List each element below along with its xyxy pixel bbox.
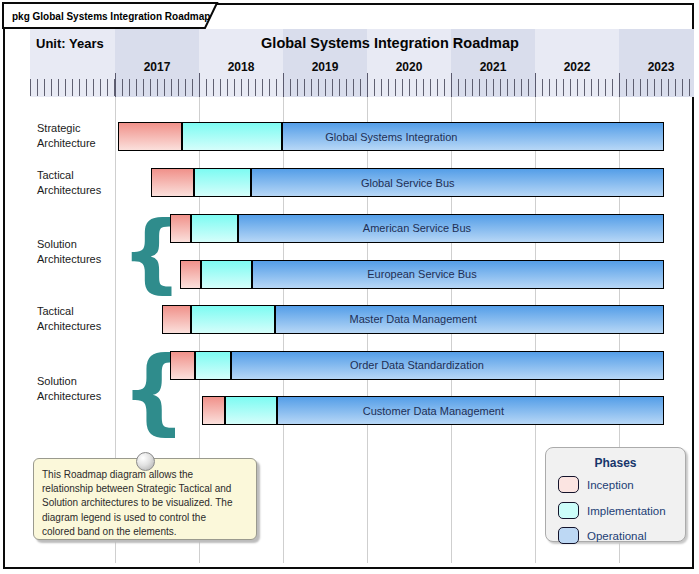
inception-swatch-icon xyxy=(558,476,579,493)
roadmap-bar[interactable]: Global Systems Integration xyxy=(118,122,664,151)
bar-label: European Service Bus xyxy=(181,268,664,280)
bar-label: Master Data Management xyxy=(163,313,663,325)
roadmap-bar[interactable]: European Service Bus xyxy=(180,260,665,289)
bar-label: Order Data Standardization xyxy=(171,359,664,371)
bar-label: Global Systems Integration xyxy=(119,130,663,142)
operational-swatch-icon xyxy=(558,527,579,544)
note-text-line: diagram legend is used to control the xyxy=(42,511,248,525)
legend-item-operational: Operational xyxy=(558,527,646,544)
phases-legend[interactable]: Phases Inception Implementation Operatio… xyxy=(545,447,686,542)
roadmap-bar[interactable]: Global Service Bus xyxy=(151,168,664,197)
bar-label: Global Service Bus xyxy=(152,176,663,188)
note-text-line: Solution architectures to be visualized.… xyxy=(42,496,248,510)
note-text-line: relationship between Strategic Tactical … xyxy=(42,482,248,496)
diagram-canvas: pkg Global Systems Integration Roadmap U… xyxy=(0,0,699,574)
bar-label: Customer Data Management xyxy=(203,404,663,416)
bar-label: American Service Bus xyxy=(171,222,664,234)
legend-title: Phases xyxy=(546,456,685,470)
roadmap-bar[interactable]: Order Data Standardization xyxy=(170,351,665,380)
roadmap-bar[interactable]: Master Data Management xyxy=(162,305,664,334)
implementation-swatch-icon xyxy=(558,502,579,519)
note-pin-icon[interactable] xyxy=(136,452,155,471)
legend-item-inception: Inception xyxy=(558,476,634,493)
roadmap-bar[interactable]: American Service Bus xyxy=(170,214,665,243)
note-text-line: colored band on the elements. xyxy=(42,525,248,539)
roadmap-bar[interactable]: Customer Data Management xyxy=(202,396,664,425)
legend-item-implementation: Implementation xyxy=(558,502,666,519)
